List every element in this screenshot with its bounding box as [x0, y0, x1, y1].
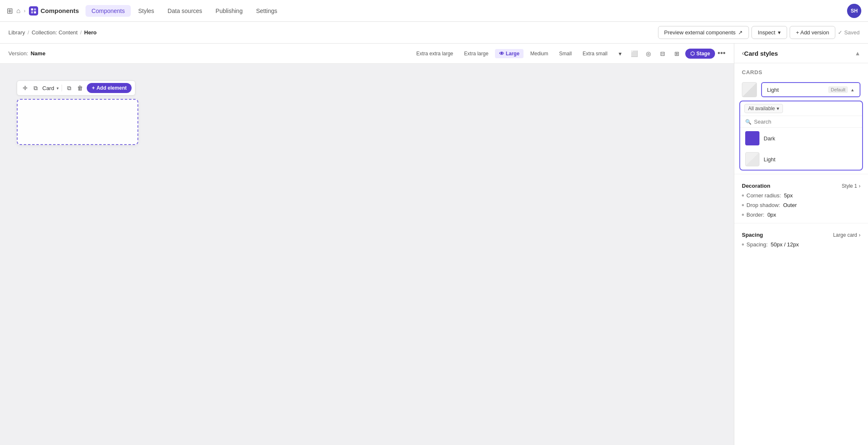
search-row: 🔍	[740, 116, 862, 128]
prop-dot-corner	[742, 194, 744, 197]
tab-settings[interactable]: Settings	[250, 5, 283, 17]
corner-radius-row: Corner radius: 5px	[734, 191, 868, 200]
grid-icon[interactable]: ⊞	[7, 6, 13, 16]
light-item-label: Light	[764, 156, 775, 163]
breakpoint-xs[interactable]: Extra small	[578, 49, 611, 58]
top-nav: ⊞ ⌂ › Components Components Styles Data …	[0, 0, 868, 22]
add-element-label: Add element	[96, 85, 127, 91]
dropdown-right: Default ▲	[828, 86, 855, 93]
tab-styles[interactable]: Styles	[132, 5, 160, 17]
saved-status: ✓ Saved	[838, 29, 860, 36]
search-icon: 🔍	[745, 119, 751, 125]
tab-components[interactable]: Components	[86, 5, 130, 17]
nav-chevron: ›	[24, 8, 26, 14]
target-icon[interactable]: ◎	[643, 48, 654, 60]
app-logo: Components	[29, 6, 79, 16]
stage-label: Stage	[696, 51, 710, 57]
canvas: ✛ ⧉ Card ▾ ⧉ 🗑 + Add element	[0, 64, 734, 445]
dropdown-item-light[interactable]: Light	[740, 149, 862, 170]
breadcrumb-collection[interactable]: Collection: Content	[31, 29, 78, 36]
dark-item-label: Dark	[764, 135, 775, 142]
breakpoint-xxl[interactable]: Extra extra large	[412, 49, 457, 58]
tab-publishing[interactable]: Publishing	[210, 5, 249, 17]
all-available-filter[interactable]: All available ▾	[744, 104, 783, 113]
card-dropdown-icon[interactable]: ▾	[57, 86, 59, 91]
divider-2	[734, 223, 868, 223]
avatar[interactable]: SH	[847, 4, 861, 18]
panel-title: Card styles	[744, 50, 778, 57]
card-copy-icon[interactable]: ⧉	[31, 83, 40, 93]
duplicate-icon[interactable]: ⧉	[65, 83, 73, 93]
app-title: Components	[41, 7, 79, 14]
style-swatch	[742, 82, 757, 97]
main-layout: Version: Name Extra extra large Extra la…	[0, 44, 868, 445]
inspect-label: Inspect	[758, 29, 775, 36]
dark-swatch	[745, 131, 759, 145]
panel-scroll: Cards Light Default ▲ All available	[734, 63, 868, 445]
spacing-chevron-icon: ›	[859, 232, 860, 238]
canvas-area: Version: Name Extra extra large Extra la…	[0, 44, 734, 445]
dropdown-item-dark[interactable]: Dark	[740, 128, 862, 149]
right-panel: ‹ Card styles ▲ Cards Light Default ▲	[734, 44, 868, 445]
move-icon[interactable]: ✛	[21, 83, 30, 93]
style-dropdown-popup: All available ▾ 🔍 Dark Light	[739, 101, 863, 171]
decoration-chevron-icon: ›	[859, 183, 860, 189]
filter-chevron-icon: ▾	[777, 106, 779, 111]
external-link-icon: ↗	[738, 29, 743, 36]
spacing-label: Spacing	[742, 232, 763, 238]
breadcrumb-sep-1: /	[28, 29, 29, 36]
breadcrumb-hero[interactable]: Hero	[84, 29, 97, 36]
prop-dot-border	[742, 214, 744, 216]
add-version-button[interactable]: + Add version	[790, 26, 835, 39]
spacing-right[interactable]: Large card ›	[833, 232, 860, 238]
version-bar: Version: Name Extra extra large Extra la…	[0, 44, 734, 64]
add-element-button[interactable]: + Add element	[87, 83, 132, 93]
decoration-style-value: Style 1	[842, 183, 857, 189]
style-search-input[interactable]	[754, 119, 857, 125]
style-dropdown[interactable]: Light Default ▲	[761, 82, 860, 97]
logo-icon	[29, 6, 38, 16]
decoration-header-row: Decoration Style 1 ›	[734, 178, 868, 191]
breakpoint-s[interactable]: Small	[555, 49, 576, 58]
tab-data-sources[interactable]: Data sources	[162, 5, 208, 17]
version-prefix: Version:	[8, 50, 28, 57]
divider-1	[734, 174, 868, 174]
card-element[interactable]	[17, 99, 138, 145]
style-selector-row: Light Default ▲	[734, 79, 868, 101]
inspect-button[interactable]: Inspect ▾	[751, 26, 787, 39]
stage-button[interactable]: ⬡ Stage	[685, 49, 715, 59]
chevron-down-icon[interactable]: ▾	[614, 48, 626, 60]
preview-label: Preview external components	[664, 29, 736, 36]
filter-label: All available	[748, 106, 775, 111]
breadcrumb-sep-2: /	[80, 29, 82, 36]
panel-chevron-up-icon[interactable]: ▲	[855, 50, 860, 57]
delete-icon[interactable]: 🗑	[75, 83, 85, 93]
layout-2-icon[interactable]: ⊞	[671, 48, 683, 60]
style-name: Light	[767, 87, 779, 93]
preview-external-button[interactable]: Preview external components ↗	[658, 26, 749, 39]
filter-row: All available ▾	[740, 101, 862, 116]
viewport-desktop-icon[interactable]: ⬜	[628, 48, 640, 60]
decoration-right[interactable]: Style 1 ›	[842, 183, 860, 189]
prop-dot-spacing	[742, 243, 744, 246]
layout-1-icon[interactable]: ⊟	[657, 48, 668, 60]
drop-shadow-label: Drop shadow: Outer	[746, 202, 797, 208]
add-version-label: + Add version	[796, 29, 829, 36]
check-icon: ✓	[838, 29, 842, 36]
breakpoint-xl[interactable]: Extra large	[460, 49, 492, 58]
stage-icon: ⬡	[690, 51, 694, 57]
prop-dot-shadow	[742, 204, 744, 206]
breadcrumb-library[interactable]: Library	[8, 29, 25, 36]
svg-rect-0	[29, 6, 38, 16]
svg-rect-4	[34, 11, 36, 13]
chevron-up-icon: ▲	[850, 88, 855, 92]
breakpoint-m[interactable]: Medium	[526, 49, 552, 58]
default-badge: Default	[828, 86, 848, 93]
svg-rect-3	[31, 11, 33, 13]
border-row: Border: 0px	[734, 210, 868, 220]
more-options-button[interactable]: •••	[718, 49, 725, 58]
right-panel-header: ‹ Card styles ▲	[734, 44, 868, 63]
corner-radius-label: Corner radius: 5px	[746, 192, 793, 199]
home-icon[interactable]: ⌂	[16, 7, 21, 15]
breakpoint-l[interactable]: 👁 Large	[495, 49, 523, 58]
